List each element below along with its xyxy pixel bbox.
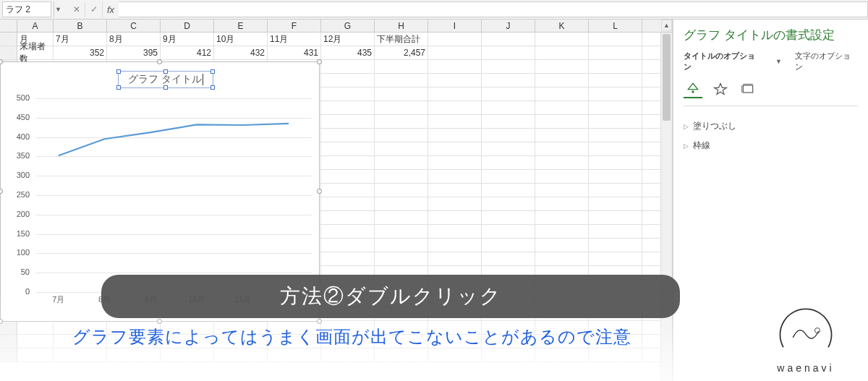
cell[interactable]	[428, 142, 482, 155]
name-box[interactable]: ラフ 2	[2, 1, 51, 17]
cell[interactable]	[17, 348, 54, 361]
cell[interactable]	[589, 87, 642, 100]
cell[interactable]	[428, 348, 482, 361]
cell[interactable]	[428, 170, 482, 183]
row-header[interactable]	[0, 335, 17, 348]
cell[interactable]	[589, 225, 642, 238]
chart-title-edit[interactable]: グラフ タイトル	[118, 71, 213, 88]
cell[interactable]	[321, 170, 375, 183]
scroll-thumb[interactable]	[663, 34, 671, 121]
cell[interactable]	[482, 33, 535, 46]
cell[interactable]	[214, 348, 268, 361]
cell[interactable]	[321, 115, 375, 128]
cell[interactable]: 435	[321, 46, 375, 59]
col-header[interactable]: B	[54, 20, 107, 32]
resize-handle[interactable]	[0, 189, 3, 194]
cell[interactable]: 431	[268, 46, 321, 59]
cell[interactable]	[589, 156, 642, 169]
cell[interactable]	[482, 101, 535, 114]
cell[interactable]	[375, 101, 428, 114]
fill-line-icon[interactable]	[684, 80, 702, 98]
cell[interactable]	[428, 87, 482, 100]
resize-handle[interactable]	[317, 189, 322, 194]
cell[interactable]	[375, 197, 428, 210]
cell[interactable]	[17, 321, 54, 334]
cell[interactable]	[535, 348, 589, 361]
cell[interactable]	[375, 115, 428, 128]
cell[interactable]	[428, 239, 482, 252]
cell[interactable]	[428, 74, 482, 87]
cell[interactable]	[482, 252, 535, 265]
size-properties-icon[interactable]	[739, 80, 757, 98]
cell[interactable]	[428, 197, 482, 210]
col-header[interactable]: G	[321, 20, 375, 32]
cell[interactable]	[482, 225, 535, 238]
cell[interactable]	[321, 197, 375, 210]
cell[interactable]	[535, 74, 589, 87]
col-header[interactable]: I	[428, 20, 482, 32]
fx-icon[interactable]: fx	[103, 4, 119, 15]
cell[interactable]	[535, 239, 589, 252]
cell[interactable]	[589, 60, 642, 73]
subtab-text-options[interactable]: 文字のオプション	[795, 51, 858, 72]
cell[interactable]	[321, 156, 375, 169]
cell[interactable]: 395	[107, 46, 161, 59]
cell[interactable]	[482, 348, 535, 361]
cell[interactable]	[535, 225, 589, 238]
cell[interactable]: 2,457	[375, 46, 428, 59]
cell[interactable]	[321, 348, 375, 361]
cell[interactable]	[428, 46, 482, 59]
cell[interactable]	[535, 170, 589, 183]
cell[interactable]	[321, 211, 375, 224]
cell[interactable]	[482, 211, 535, 224]
cell[interactable]	[375, 87, 428, 100]
subtab-title-options[interactable]: タイトルのオプション	[684, 51, 762, 72]
table-row[interactable]: 来場者数 352 395 412 432 431 435 2,457	[0, 46, 672, 60]
formula-input[interactable]	[119, 1, 868, 17]
cell[interactable]	[535, 33, 589, 46]
title-handle[interactable]	[116, 69, 121, 74]
select-all-corner[interactable]	[0, 20, 17, 32]
cell[interactable]	[321, 225, 375, 238]
cell[interactable]	[321, 252, 375, 265]
col-header[interactable]: L	[589, 20, 642, 32]
cell[interactable]	[428, 33, 482, 46]
col-header[interactable]: D	[161, 20, 214, 32]
cell[interactable]	[589, 197, 642, 210]
cell[interactable]	[535, 87, 589, 100]
cell[interactable]: 来場者数	[17, 46, 54, 59]
scroll-up-icon[interactable]: ▲	[661, 20, 672, 31]
cell[interactable]: 432	[214, 46, 268, 59]
title-handle[interactable]	[210, 69, 215, 74]
cell[interactable]	[54, 348, 107, 361]
cell[interactable]	[428, 252, 482, 265]
cell[interactable]	[428, 225, 482, 238]
cell[interactable]	[535, 46, 589, 59]
cell[interactable]	[375, 225, 428, 238]
cell[interactable]	[589, 348, 642, 361]
cell[interactable]	[535, 197, 589, 210]
cell[interactable]: 352	[54, 46, 107, 59]
cell[interactable]	[321, 74, 375, 87]
cell[interactable]	[321, 101, 375, 114]
cell[interactable]	[589, 101, 642, 114]
vertical-scrollbar[interactable]: ▲	[660, 33, 672, 381]
cell[interactable]	[482, 156, 535, 169]
cell[interactable]	[482, 46, 535, 59]
resize-handle[interactable]	[157, 59, 162, 64]
table-row[interactable]: 月 7月 8月 9月 10月 11月 12月 下半期合計	[0, 33, 672, 46]
cell[interactable]	[482, 239, 535, 252]
cell[interactable]	[375, 170, 428, 183]
cell[interactable]	[428, 60, 482, 73]
row-header[interactable]	[0, 348, 17, 361]
row-header[interactable]	[0, 33, 17, 46]
resize-handle[interactable]	[0, 59, 3, 64]
title-handle[interactable]	[163, 85, 168, 90]
cell[interactable]	[375, 239, 428, 252]
cell[interactable]	[589, 170, 642, 183]
cell[interactable]	[589, 184, 642, 197]
cell[interactable]	[268, 348, 321, 361]
chevron-down-icon[interactable]: ▼	[775, 58, 782, 65]
cell[interactable]	[375, 348, 428, 361]
cell[interactable]	[589, 142, 642, 155]
